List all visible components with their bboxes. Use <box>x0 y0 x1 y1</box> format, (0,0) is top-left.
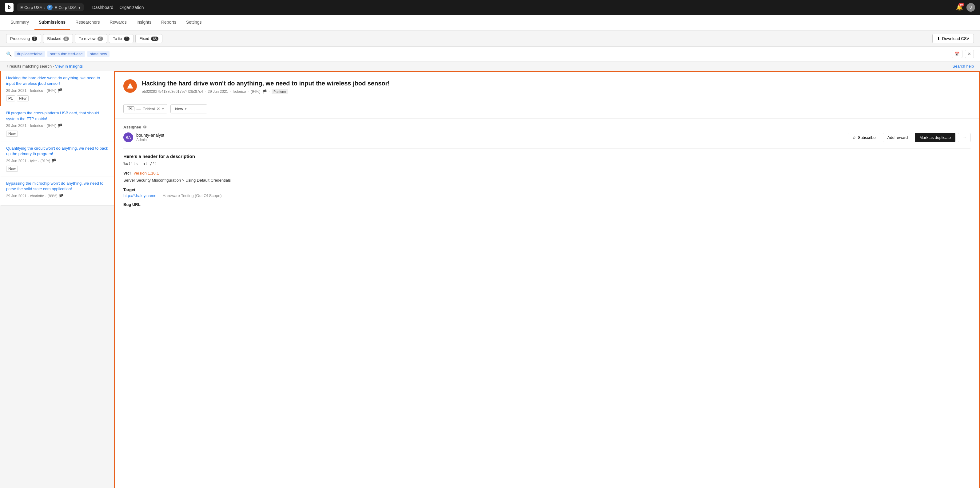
report-header: Hacking the hard drive won't do anything… <box>115 72 979 99</box>
submission-item[interactable]: Bypassing the microchip won't do anythin… <box>0 176 114 205</box>
submission-tags: P1 New <box>6 95 109 101</box>
mark-as-duplicate-button[interactable]: Mark as duplicate <box>915 133 955 142</box>
assignee-section-label: Assignee ⚙ <box>123 125 970 129</box>
assignee-info: bounty-analyst Admin <box>136 133 164 142</box>
tab-reports[interactable]: Reports <box>157 15 181 30</box>
search-tag-sort[interactable]: sort:submitted-asc <box>48 51 85 57</box>
target-label: Target <box>123 187 970 192</box>
submission-title: Bypassing the microchip won't do anythin… <box>6 181 109 192</box>
vrt-category: Server Security Misconfiguration > Using… <box>123 178 970 182</box>
report-avatar <box>123 79 137 93</box>
svg-marker-0 <box>127 83 133 89</box>
left-panel: Hacking the hard drive won't do anything… <box>0 71 114 488</box>
bug-url-label: Bug URL <box>123 202 970 207</box>
tag-new: New <box>6 166 18 172</box>
description-header: Here's a header for a description <box>123 154 970 159</box>
chevron-down-icon: ▾ <box>78 5 81 10</box>
state-chevron-icon: ▾ <box>185 107 187 111</box>
target-scope: — Hardware Testing (Out Of Scope) <box>158 193 222 198</box>
notifications-button[interactable]: 🔔 50 <box>956 4 963 11</box>
submission-meta: 29 Jun 2021 · charlotte · (89%) 🏴 <box>6 194 109 198</box>
tab-summary[interactable]: Summary <box>6 15 33 30</box>
search-bar-actions: 📅 ✕ <box>952 50 974 58</box>
vrt-logo: VRT <box>123 171 131 176</box>
breadcrumb-sep: / <box>44 5 46 10</box>
search-bar: 🔍 duplicate:false sort:submitted-asc sta… <box>0 47 980 62</box>
clear-search-button[interactable]: ✕ <box>965 50 974 58</box>
filter-bar: Processing 7 Blocked 0 To review 0 To fi… <box>0 31 980 47</box>
add-reward-button[interactable]: Add reward <box>883 133 912 142</box>
severity-badge: P1 <box>127 106 134 111</box>
report-meta: eb02030f754188c3e617e74f2fb3f7c4 · 29 Ju… <box>142 89 970 94</box>
breadcrumb-org: E-Corp USA <box>20 5 43 10</box>
platform-badge: Platform <box>272 89 288 94</box>
report-title: Hacking the hard drive won't do anything… <box>142 79 970 87</box>
org-icon: E <box>47 5 52 10</box>
severity-label: Critical <box>142 107 155 111</box>
state-label: New <box>175 107 183 111</box>
filter-tab-fixed[interactable]: Fixed 68 <box>135 34 162 43</box>
top-navigation: b E-Corp USA / E E-Corp USA ▾ Dashboard … <box>0 0 980 15</box>
main-layout: Hacking the hard drive won't do anything… <box>0 71 980 488</box>
nav-link-dashboard[interactable]: Dashboard <box>92 5 113 10</box>
tab-insights[interactable]: Insights <box>132 15 156 30</box>
top-nav-links: Dashboard Organization <box>92 5 144 10</box>
download-icon: ⬇ <box>937 36 940 41</box>
search-icon: 🔍 <box>6 51 12 57</box>
filter-tab-processing[interactable]: Processing 7 <box>6 34 41 43</box>
calendar-button[interactable]: 📅 <box>952 50 963 58</box>
view-in-insights-link[interactable]: View in Insights <box>55 64 83 68</box>
breadcrumb-program: E-Corp USA <box>54 5 76 10</box>
status-row: P1 — Critical ✕ ▾ New ▾ <box>115 99 979 119</box>
submission-title: Quantifying the circuit won't do anythin… <box>6 146 109 157</box>
tab-rewards[interactable]: Rewards <box>105 15 131 30</box>
submission-item[interactable]: Hacking the hard drive won't do anything… <box>0 71 114 106</box>
vrt-version-link[interactable]: version 1.10.1 <box>134 171 159 176</box>
tab-settings[interactable]: Settings <box>182 15 206 30</box>
submission-tags: New <box>6 166 109 172</box>
submission-item[interactable]: Quantifying the circuit won't do anythin… <box>0 141 114 176</box>
submission-title: Hacking the hard drive won't do anything… <box>6 75 109 86</box>
target-url-link[interactable]: http://*.haley.name <box>123 193 156 198</box>
report-header-info: Hacking the hard drive won't do anything… <box>142 79 970 94</box>
assignee-row: BA bounty-analyst Admin ☆ Subscribe Add … <box>123 132 970 142</box>
right-panel: Hacking the hard drive won't do anything… <box>114 71 980 488</box>
search-tag-duplicate[interactable]: duplicate:false <box>14 51 45 57</box>
user-avatar[interactable]: U <box>966 3 975 12</box>
tab-researchers[interactable]: Researchers <box>71 15 104 30</box>
search-tag-state[interactable]: state:new <box>88 51 110 57</box>
submission-meta: 29 Jun 2021 · federico · (94%) 🏴 <box>6 124 109 128</box>
filter-tab-toreview[interactable]: To review 0 <box>75 34 107 43</box>
assignee-settings-icon[interactable]: ⚙ <box>143 125 147 129</box>
action-buttons: ☆ Subscribe Add reward Mark as duplicate… <box>848 133 970 142</box>
results-count-text: 7 results matching search · View in Insi… <box>6 64 83 68</box>
tab-submissions[interactable]: Submissions <box>35 15 70 30</box>
severity-chevron-icon: ▾ <box>162 107 164 111</box>
assignee-role: Admin <box>136 138 164 142</box>
assignee-name: bounty-analyst <box>136 133 164 138</box>
filter-tab-tofix[interactable]: To fix 1 <box>109 34 134 43</box>
severity-dropdown[interactable]: P1 — Critical ✕ ▾ <box>123 104 167 113</box>
filter-tab-blocked[interactable]: Blocked 0 <box>43 34 73 43</box>
report-body: Assignee ⚙ BA bounty-analyst Admin ☆ Sub… <box>115 119 979 214</box>
search-help-link[interactable]: Search help <box>953 64 974 68</box>
submission-tags: New <box>6 131 109 137</box>
breadcrumb[interactable]: E-Corp USA / E E-Corp USA ▾ <box>17 3 84 11</box>
more-actions-button[interactable]: ··· <box>958 133 970 142</box>
logo[interactable]: b <box>5 3 14 12</box>
description-code: %x('ls -al /') <box>123 161 970 166</box>
tag-p1: P1 <box>6 95 15 101</box>
top-nav-right: 🔔 50 U <box>956 3 975 12</box>
download-csv-button[interactable]: ⬇ Download CSV <box>932 34 974 43</box>
assignee-avatar: BA <box>123 132 133 142</box>
tag-new: New <box>6 131 18 137</box>
subscribe-button[interactable]: ☆ Subscribe <box>848 133 880 142</box>
notification-badge: 50 <box>958 3 964 6</box>
target-value: http://*.haley.name — Hardware Testing (… <box>123 193 970 198</box>
nav-link-organization[interactable]: Organization <box>119 5 144 10</box>
state-dropdown[interactable]: New ▾ <box>170 105 207 113</box>
vrt-row: VRT version 1.10.1 <box>123 171 970 176</box>
results-info: 7 results matching search · View in Insi… <box>0 62 980 71</box>
submission-item[interactable]: I'll program the cross-platform USB card… <box>0 106 114 141</box>
clear-severity-icon[interactable]: ✕ <box>157 106 160 111</box>
